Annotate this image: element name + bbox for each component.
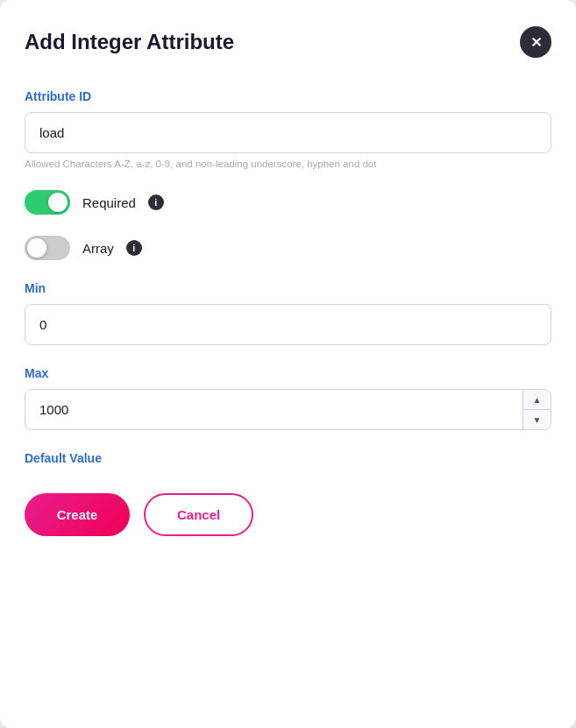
attribute-id-label: Attribute ID [25,89,551,103]
max-field-group: Max ▲ ▼ [25,366,551,430]
attribute-id-hint: Allowed Characters A-Z, a-z, 0-9, and no… [25,159,551,169]
attribute-id-input[interactable] [25,112,551,153]
array-toggle[interactable] [25,236,70,260]
max-input[interactable] [25,389,551,430]
close-button[interactable]: ✕ [520,26,551,58]
array-label: Array [82,241,114,256]
array-info-icon[interactable]: i [126,240,142,256]
array-slider [25,236,70,260]
add-integer-attribute-modal: Add Integer Attribute ✕ Attribute ID All… [0,0,576,728]
required-toggle[interactable] [25,190,70,215]
required-info-icon[interactable]: i [148,194,164,210]
array-toggle-row: Array i [25,236,551,260]
attribute-id-group: Attribute ID Allowed Characters A-Z, a-z… [25,89,551,169]
required-label: Required [82,195,136,210]
min-label: Min [25,281,551,295]
modal-header: Add Integer Attribute ✕ [25,26,551,58]
button-row: Create Cancel [25,493,551,536]
max-decrement-button[interactable]: ▼ [523,410,551,429]
create-button[interactable]: Create [25,493,130,536]
max-label: Max [25,366,551,380]
required-slider [25,190,70,215]
max-increment-button[interactable]: ▲ [523,390,551,410]
min-field-group: Min [25,281,551,345]
min-input[interactable] [25,304,551,345]
modal-title: Add Integer Attribute [25,30,234,54]
cancel-button[interactable]: Cancel [144,493,253,536]
max-spinner: ▲ ▼ [523,390,551,429]
default-value-group: Default Value [25,451,551,465]
required-toggle-row: Required i [25,190,551,215]
default-value-label: Default Value [25,451,551,465]
max-input-wrapper: ▲ ▼ [25,389,551,430]
